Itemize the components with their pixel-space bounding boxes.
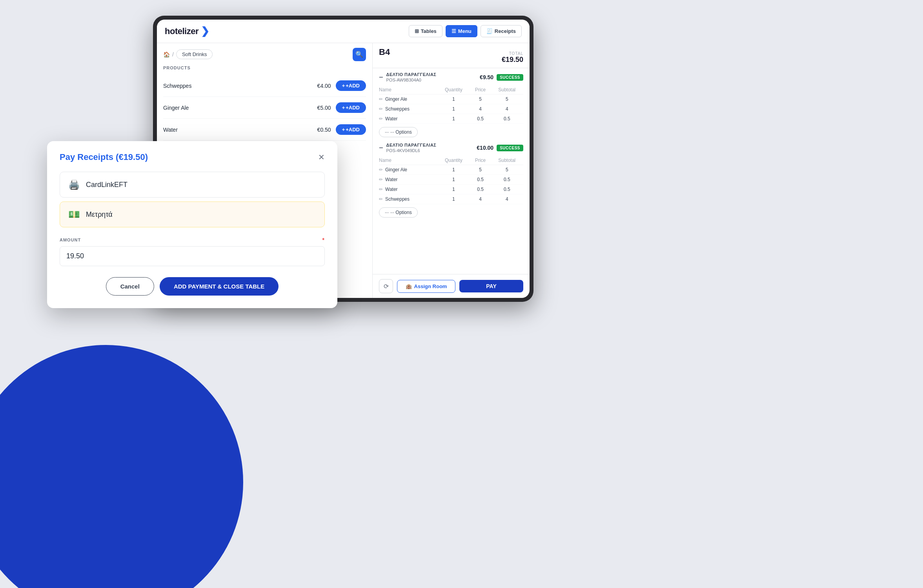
logo-icon: ❯ xyxy=(201,25,209,37)
total-amount: €19.50 xyxy=(502,56,523,64)
total-label: TOTAL xyxy=(502,51,523,56)
collapse-section-2-button[interactable]: − xyxy=(379,144,383,152)
table-row: ✏Schweppes 1 4 4 xyxy=(379,194,523,204)
status-badge: SUCCESS xyxy=(497,74,523,81)
plus-icon: + xyxy=(342,127,345,132)
edit-icon[interactable]: ✏ xyxy=(379,96,383,102)
section-total: €10.00 xyxy=(477,145,493,151)
col-subtotal: Subtotal xyxy=(491,156,524,165)
room-icon: 🏨 xyxy=(406,283,412,289)
receipt-icon: 🧾 xyxy=(486,28,493,34)
edit-icon[interactable]: ✏ xyxy=(379,196,383,202)
col-quantity: Quantity xyxy=(437,156,470,165)
col-subtotal: Subtotal xyxy=(491,85,524,94)
product-name: Water xyxy=(163,127,178,133)
product-ginger-ale: Ginger Ale €5.00 + +ADD xyxy=(163,97,366,119)
cardlink-icon: 🖨️ xyxy=(68,179,80,190)
table-id: B4 xyxy=(379,47,390,57)
modal-header: Pay Receipts (€19.50) ✕ xyxy=(60,152,325,162)
menu-nav-button[interactable]: ☰ Menu xyxy=(446,25,477,37)
table-row: ✏Water 1 0.5 0.5 xyxy=(379,114,523,124)
refresh-icon: ⟳ xyxy=(384,283,389,290)
modal-title: Pay Receipts (€19.50) xyxy=(60,152,148,162)
add-ginger-ale-button[interactable]: + +ADD xyxy=(336,102,366,113)
receipt-panel: B4 TOTAL €19.50 − ΔΕΛΤΙΟ ΠΑΡΑΓΓΕΛΙ xyxy=(373,43,530,298)
product-name: Schweppes xyxy=(163,83,191,89)
receipt-header: B4 TOTAL €19.50 xyxy=(373,43,530,68)
plus-icon: + xyxy=(342,105,345,111)
section-pos-id: POS-AW9B304A0 xyxy=(386,78,437,82)
amount-input[interactable] xyxy=(60,246,325,266)
table-row: ✏Ginger Ale 1 5 5 xyxy=(379,94,523,104)
assign-room-button[interactable]: 🏨 Assign Room xyxy=(397,280,455,293)
status-badge: SUCCESS xyxy=(497,145,523,151)
breadcrumb-current[interactable]: Soft Drinks xyxy=(176,49,213,59)
cardlink-option[interactable]: 🖨️ CardLinkEFT xyxy=(60,172,325,198)
receipt-body: − ΔΕΛΤΙΟ ΠΑΡΑΓΓΕΛΙΑΣ POS-AW9B304A0 €9.50… xyxy=(373,68,530,274)
amount-label: AMOUNT * xyxy=(60,237,325,243)
app-header: hotelizer ❯ ⊞ Tables ☰ Menu 🧾 Receipts xyxy=(157,20,530,43)
modal-footer: Cancel ADD PAYMENT & CLOSE TABLE xyxy=(60,277,325,296)
grid-icon: ⊞ xyxy=(415,28,419,34)
edit-icon[interactable]: ✏ xyxy=(379,116,383,122)
breadcrumb-separator: / xyxy=(172,51,174,58)
col-name: Name xyxy=(379,156,437,165)
options-button-1[interactable]: ··· ··· Options xyxy=(379,127,418,137)
product-price: €5.00 xyxy=(317,105,331,111)
home-icon[interactable]: 🏠 xyxy=(163,51,170,58)
menu-icon: ☰ xyxy=(451,28,456,34)
edit-icon[interactable]: ✏ xyxy=(379,106,383,112)
section-pos-id: POS-4KV049DL6 xyxy=(386,148,437,153)
required-indicator: * xyxy=(322,237,325,243)
add-schweppes-button[interactable]: + +ADD xyxy=(336,80,366,91)
receipts-nav-button[interactable]: 🧾 Receipts xyxy=(481,25,522,37)
cancel-button[interactable]: Cancel xyxy=(106,277,154,296)
cardlink-label: CardLinkEFT xyxy=(86,181,127,189)
options-button-2[interactable]: ··· ··· Options xyxy=(379,207,418,218)
background-circle xyxy=(0,345,243,588)
section-title: ΔΕΛΤΙΟ ΠΑΡΑΓΓΕΛΙΑΣ xyxy=(386,72,437,77)
table-row: ✏Ginger Ale 1 5 5 xyxy=(379,165,523,175)
cash-icon: 💵 xyxy=(68,209,80,220)
options-icon: ··· xyxy=(385,210,389,215)
col-name: Name xyxy=(379,85,437,94)
payment-options: 🖨️ CardLinkEFT 💵 Μετρητά xyxy=(60,172,325,227)
edit-icon[interactable]: ✏ xyxy=(379,167,383,172)
plus-icon: + xyxy=(342,83,345,89)
pay-button[interactable]: PAY xyxy=(459,280,523,292)
nav-buttons: ⊞ Tables ☰ Menu 🧾 Receipts xyxy=(409,25,522,37)
col-price: Price xyxy=(470,156,491,165)
section-total: €9.50 xyxy=(480,74,493,80)
modal-close-button[interactable]: ✕ xyxy=(318,153,325,161)
search-button[interactable]: 🔍 xyxy=(353,48,366,61)
options-icon: ··· xyxy=(385,129,389,135)
table-row: ✏Schweppes 1 4 4 xyxy=(379,104,523,114)
amount-section: AMOUNT * xyxy=(60,237,325,266)
add-payment-button[interactable]: ADD PAYMENT & CLOSE TABLE xyxy=(160,277,279,296)
product-price: €4.00 xyxy=(317,83,331,89)
edit-icon[interactable]: ✏ xyxy=(379,187,383,192)
product-price: €0.50 xyxy=(317,127,331,133)
cash-label: Μετρητά xyxy=(86,211,113,219)
product-water: Water €0.50 + +ADD xyxy=(163,119,366,141)
refresh-button[interactable]: ⟳ xyxy=(379,279,393,293)
receipt-table-1: Name Quantity Price Subtotal ✏Ginger Ale… xyxy=(379,85,523,124)
col-quantity: Quantity xyxy=(437,85,470,94)
logo: hotelizer ❯ xyxy=(165,25,209,37)
bottom-actions: ⟳ 🏨 Assign Room PAY xyxy=(373,274,530,298)
search-icon: 🔍 xyxy=(355,51,363,58)
product-name: Ginger Ale xyxy=(163,105,189,111)
table-row: ✏Water 1 0.5 0.5 xyxy=(379,175,523,185)
collapse-section-1-button[interactable]: − xyxy=(379,73,383,82)
col-price: Price xyxy=(470,85,491,94)
product-schweppes: Schweppes €4.00 + +ADD xyxy=(163,75,366,97)
cash-option[interactable]: 💵 Μετρητά xyxy=(60,201,325,227)
receipt-section-1: − ΔΕΛΤΙΟ ΠΑΡΑΓΓΕΛΙΑΣ POS-AW9B304A0 €9.50… xyxy=(379,72,523,137)
breadcrumb: 🏠 / Soft Drinks 🔍 xyxy=(163,49,366,59)
add-water-button[interactable]: + +ADD xyxy=(336,124,366,135)
table-row: ✏Water 1 0.5 0.5 xyxy=(379,185,523,194)
receipt-table-2: Name Quantity Price Subtotal ✏Ginger Ale… xyxy=(379,156,523,204)
tables-nav-button[interactable]: ⊞ Tables xyxy=(409,25,442,37)
edit-icon[interactable]: ✏ xyxy=(379,177,383,182)
receipt-section-2: − ΔΕΛΤΙΟ ΠΑΡΑΓΓΕΛΙΑΣ POS-4KV049DL6 €10.0… xyxy=(379,143,523,218)
